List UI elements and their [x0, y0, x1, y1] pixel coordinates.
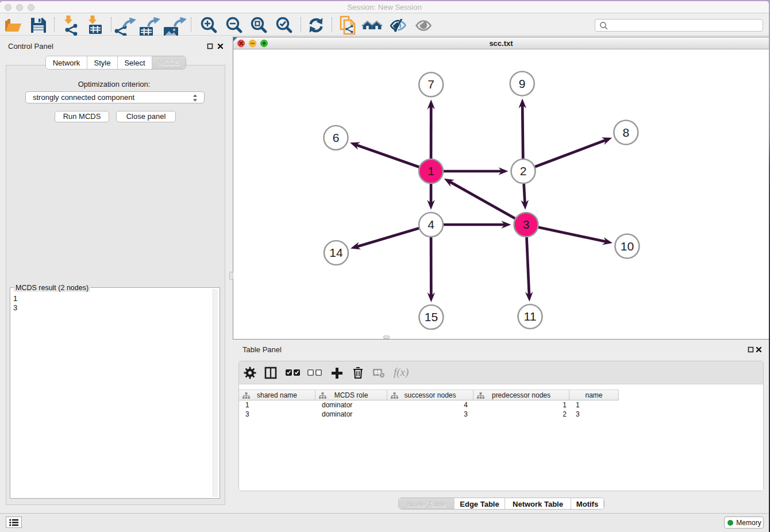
svg-text:15: 15	[425, 310, 438, 323]
svg-text:10: 10	[621, 240, 634, 253]
svg-text:11: 11	[524, 310, 537, 323]
svg-text:6: 6	[333, 131, 340, 144]
svg-text:4: 4	[428, 218, 434, 231]
svg-text:2: 2	[520, 164, 527, 178]
svg-text:8: 8	[622, 126, 629, 139]
svg-text:9: 9	[519, 77, 526, 90]
svg-text:3: 3	[523, 218, 530, 231]
svg-text:7: 7	[428, 78, 434, 91]
svg-text:1: 1	[428, 164, 434, 178]
svg-text:14: 14	[329, 246, 343, 259]
